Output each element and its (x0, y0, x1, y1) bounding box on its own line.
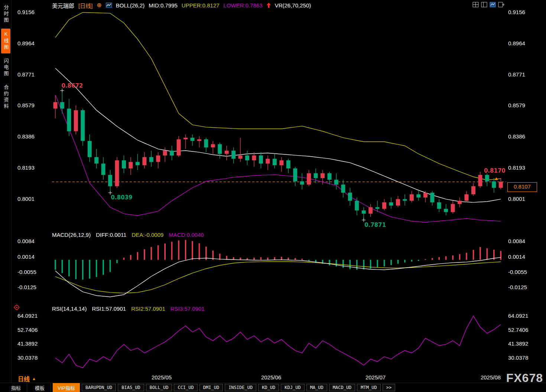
boll-mid-value: MID:0.7995 (149, 2, 178, 9)
tab-MTM_UD[interactable]: MTM_UD (357, 384, 380, 391)
y-axis-label-right: 30.0378 (508, 355, 528, 361)
chart-app: 分时图 K线图 闪电图 合约资料 美元瑞郎 [日线] ⊕ BOLL(26,2) … (0, 0, 546, 392)
vr-params: VR(26,70,250) (275, 2, 311, 9)
y-axis-label-left: 64.0921 (17, 313, 38, 319)
sidebar-item-time-chart[interactable]: 分时图 (1, 2, 10, 26)
y-axis-label-left: 30.0378 (17, 355, 38, 361)
layout-quad-icon[interactable] (472, 2, 479, 7)
sidebar-item-lightning-chart[interactable]: 闪电图 (1, 56, 10, 80)
boll-upper-value: UPPER:0.8127 (182, 2, 220, 9)
tab-VIP指标[interactable]: VIP指标 (53, 383, 80, 392)
y-axis-label-left: 0.8386 (17, 133, 35, 140)
svg-text:0.8672: 0.8672 (61, 82, 83, 89)
period-text: 日线 (18, 374, 30, 383)
tab-DMI_UD[interactable]: DMI_UD (199, 384, 223, 391)
layout-add-icon[interactable] (498, 2, 504, 7)
left-sidebar: 分时图 K线图 闪电图 合约资料 (0, 0, 12, 392)
y-axis-label-right: 0.8964 (508, 40, 525, 47)
y-axis-label-left: -0.0125 (17, 284, 36, 291)
last-price-tag: 0.8107 (507, 182, 537, 192)
y-axis-label-left: 0.8579 (17, 102, 35, 109)
chart-header: 美元瑞郎 [日线] ⊕ BOLL(26,2) MID:0.7995 UPPER:… (11, 0, 546, 10)
y-axis-label-left: 0.0014 (17, 254, 35, 260)
macd-dea-value: DEA:-0.0009 (131, 232, 163, 238)
y-axis-label-left: 0.8193 (17, 164, 35, 171)
compare-add-icon[interactable]: ⊕ (97, 2, 101, 8)
tab-BIAS_UD[interactable]: BIAS_UD (118, 384, 144, 391)
rsi1-value: RSI1:57.0901 (92, 306, 126, 312)
y-axis-label-right: 0.0014 (508, 254, 525, 260)
y-axis-label-left: 0.8964 (17, 40, 35, 47)
y-axis-label-left: 0.0084 (17, 238, 35, 245)
layout-icons-group (472, 2, 504, 7)
tab-BOLL_UD[interactable]: BOLL_UD (146, 384, 172, 391)
x-axis-date: 2025/06 (256, 374, 286, 380)
svg-text:0.8039: 0.8039 (111, 194, 133, 201)
y-axis-label-right: 64.0921 (508, 313, 528, 319)
y-axis-label-right: 0.0084 (508, 238, 525, 245)
y-axis-label-left: 0.8001 (17, 196, 35, 202)
x-axis-date: 2025/05 (147, 374, 176, 380)
tab-KD_UD[interactable]: KD_UD (258, 384, 279, 391)
layout-dual-icon[interactable] (481, 2, 487, 7)
y-axis-label-right: 0.8771 (508, 71, 525, 78)
boll-lower-value: LOWER:0.7863 (224, 2, 263, 9)
tab->>[interactable]: >> (383, 384, 395, 391)
layout-single-icon[interactable] (490, 2, 496, 7)
macd-chart[interactable] (0, 231, 546, 305)
y-axis-label-right: 0.8579 (508, 102, 525, 109)
sidebar-item-contract-info[interactable]: 合约资料 (1, 82, 10, 112)
tab-INSIDE_UD[interactable]: INSIDE_UD (225, 384, 256, 391)
price-chart[interactable]: 0.86720.80390.78710.8170 (0, 10, 546, 232)
y-axis-label-right: 0.8193 (508, 164, 525, 171)
tab-CCI_UD[interactable]: CCI_UD (174, 384, 197, 391)
y-axis-label-right: 0.8386 (508, 133, 525, 140)
y-axis-label-left: 41.3892 (17, 340, 38, 347)
y-axis-label-left: -0.0055 (17, 269, 36, 275)
rsi-chart[interactable] (0, 304, 546, 378)
macd-params: MACD(26,12,9) (52, 232, 91, 238)
tab-KDJ_UD[interactable]: KDJ_UD (281, 384, 304, 391)
y-axis-label-left: 0.8771 (17, 71, 35, 78)
tab-MA_UD[interactable]: MA_UD (306, 384, 327, 391)
x-axis-date: 2025/08 (476, 374, 506, 380)
svg-text:0.8170: 0.8170 (484, 167, 506, 174)
rsi-indicator-labels: RSI(14,14,14) RSI1:57.0901 RSI2:57.0901 … (52, 306, 205, 312)
svg-text:0.7871: 0.7871 (364, 222, 386, 228)
rsi-target-icon[interactable] (13, 304, 20, 311)
tab-BARUPDN_UD[interactable]: BARUPDN_UD (82, 384, 116, 391)
macd-indicator-labels: MACD(26,12,9) DIFF:0.0011 DEA:-0.0009 MA… (52, 232, 204, 238)
y-axis-label-right: -0.0125 (508, 284, 527, 291)
y-axis-label-right: 0.8001 (508, 196, 525, 202)
chart-style-icon[interactable] (106, 3, 112, 8)
tab-MACD_UD[interactable]: MACD_UD (329, 384, 355, 391)
indicator-tab-bar: 指标模板VIP指标BARUPDN_UDBIAS_UDBOLL_UDCCI_UDD… (0, 383, 546, 392)
y-axis-label-right: 41.3892 (508, 340, 528, 347)
boll-params: BOLL(26,2) (116, 2, 145, 9)
sidebar-item-kline-chart[interactable]: K线图 (1, 29, 10, 53)
tab-模板[interactable]: 模板 (29, 383, 51, 392)
period-selector[interactable]: 日线 ▲ (18, 374, 36, 383)
macd-diff-value: DIFF:0.0011 (96, 232, 126, 238)
signal-up-arrow-icon (267, 3, 271, 8)
x-axis-date: 2025/07 (361, 374, 390, 380)
period-tag[interactable]: [日线] (78, 1, 92, 9)
symbol-name: 美元瑞郎 (52, 1, 74, 9)
tab-指标[interactable]: 指标 (5, 383, 27, 392)
rsi-params: RSI(14,14,14) (52, 306, 87, 312)
y-axis-label-left: 52.7406 (17, 327, 38, 333)
y-axis-label-right: -0.0055 (508, 269, 527, 275)
rsi3-value: RSI3:57.0901 (170, 306, 205, 312)
macd-value: MACD:0.0040 (169, 232, 204, 238)
caret-up-icon: ▲ (32, 376, 36, 381)
y-axis-label-right: 52.7406 (508, 327, 528, 333)
rsi2-value: RSI2:57.0901 (131, 306, 165, 312)
